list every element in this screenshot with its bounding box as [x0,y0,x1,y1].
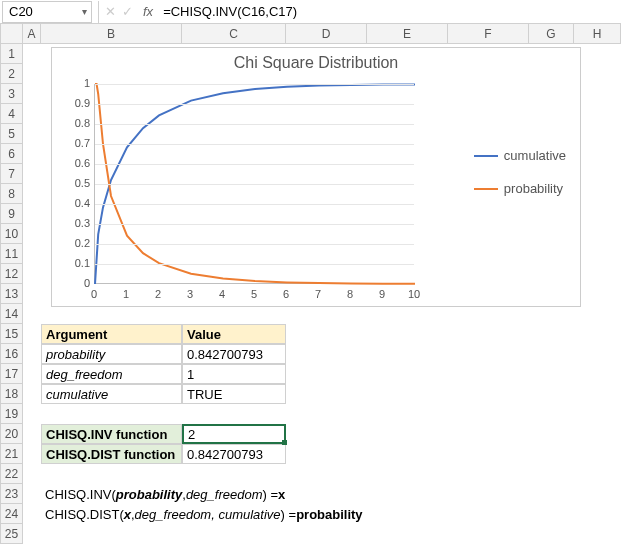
row-header-10[interactable]: 10 [0,224,23,244]
row-header-20[interactable]: 20 [0,424,23,444]
formula-text: =CHISQ.INV(C16,C17) [163,4,297,19]
y-tick-label: 0.1 [62,257,90,269]
x-tick-label: 1 [123,288,129,300]
legend-swatch [474,155,498,157]
row-header-1[interactable]: 1 [0,44,23,64]
chart-legend: cumulative probability [474,148,566,214]
row-header-9[interactable]: 9 [0,204,23,224]
row-header-3[interactable]: 3 [0,84,23,104]
select-all-corner[interactable] [0,24,23,44]
y-tick-label: 0.7 [62,137,90,149]
t: CHISQ.INV( [45,487,116,502]
row-header-11[interactable]: 11 [0,244,23,264]
t: deg_freedom, cumulative [135,507,281,522]
gridline [95,144,414,145]
y-tick-label: 0.9 [62,97,90,109]
t: ) = [263,487,279,502]
y-tick-label: 0.3 [62,217,90,229]
row-header-18[interactable]: 18 [0,384,23,404]
formula-buttons: ✕ ✓ [105,4,133,19]
row-header-2[interactable]: 2 [0,64,23,84]
x-tick-label: 5 [251,288,257,300]
t: probability [296,507,362,522]
row-header-25[interactable]: 25 [0,524,23,544]
gridline [95,84,414,85]
formula-input[interactable]: =CHISQ.INV(C16,C17) [159,1,621,23]
x-tick-label: 4 [219,288,225,300]
y-tick-label: 0.5 [62,177,90,189]
x-tick-label: 0 [91,288,97,300]
val-deg-freedom[interactable]: 1 [182,364,286,384]
arg-deg-freedom[interactable]: deg_freedom [41,364,182,384]
x-tick-label: 10 [408,288,420,300]
label-chisq-dist[interactable]: CHISQ.DIST function [41,444,182,464]
col-header-C[interactable]: C [182,24,286,44]
row-header-7[interactable]: 7 [0,164,23,184]
row-header-17[interactable]: 17 [0,364,23,384]
note-line-1[interactable]: CHISQ.INV(probability,deg_freedom) = x [41,484,541,504]
row-headers: 1234567891011121314151617181920212223242… [0,44,23,544]
row-header-19[interactable]: 19 [0,404,23,424]
y-tick-label: 0.4 [62,197,90,209]
name-box[interactable]: C20 ▾ [2,1,92,23]
legend-item-cumulative: cumulative [474,148,566,163]
formula-bar: C20 ▾ ✕ ✓ fx =CHISQ.INV(C16,C17) [0,0,621,24]
t: probability [116,487,182,502]
y-tick-label: 0.2 [62,237,90,249]
header-argument[interactable]: Argument [41,324,182,344]
cancel-icon[interactable]: ✕ [105,4,116,19]
row-header-22[interactable]: 22 [0,464,23,484]
row-header-24[interactable]: 24 [0,504,23,524]
col-header-H[interactable]: H [574,24,621,44]
row-header-23[interactable]: 23 [0,484,23,504]
arg-probability[interactable]: probability [41,344,182,364]
row-header-13[interactable]: 13 [0,284,23,304]
x-tick-label: 8 [347,288,353,300]
plot-area [94,84,414,284]
spreadsheet-grid: ABCDEFGH 1234567891011121314151617181920… [0,24,621,44]
row-header-5[interactable]: 5 [0,124,23,144]
row-header-12[interactable]: 12 [0,264,23,284]
divider [98,1,99,23]
cell-C20[interactable]: 2 [182,424,286,444]
row-header-14[interactable]: 14 [0,304,23,324]
val-cumulative[interactable]: TRUE [182,384,286,404]
x-tick-label: 7 [315,288,321,300]
t: x [124,507,131,522]
arg-cumulative[interactable]: cumulative [41,384,182,404]
column-headers: ABCDEFGH [0,24,621,44]
val-chisq-dist[interactable]: 0.842700793 [182,444,286,464]
row-header-16[interactable]: 16 [0,344,23,364]
col-header-E[interactable]: E [367,24,448,44]
row-header-15[interactable]: 15 [0,324,23,344]
col-header-A[interactable]: A [23,24,41,44]
x-tick-label: 2 [155,288,161,300]
row-header-21[interactable]: 21 [0,444,23,464]
row-header-4[interactable]: 4 [0,104,23,124]
chart[interactable]: Chi Square Distribution cumulative proba… [51,47,581,307]
fx-icon[interactable]: fx [143,4,153,19]
y-tick-label: 1 [62,77,90,89]
col-header-B[interactable]: B [41,24,182,44]
x-tick-label: 9 [379,288,385,300]
note-line-2[interactable]: CHISQ.DIST(x, deg_freedom, cumulative) =… [41,504,541,524]
col-header-F[interactable]: F [448,24,529,44]
val-probability[interactable]: 0.842700793 [182,344,286,364]
gridline [95,204,414,205]
accept-icon[interactable]: ✓ [122,4,133,19]
gridline [95,104,414,105]
label-chisq-inv[interactable]: CHISQ.INV function [41,424,182,444]
t: ) = [281,507,297,522]
row-header-6[interactable]: 6 [0,144,23,164]
gridline [95,164,414,165]
x-tick-label: 3 [187,288,193,300]
legend-label: probability [504,181,563,196]
legend-item-probability: probability [474,181,566,196]
col-header-D[interactable]: D [286,24,367,44]
y-tick-label: 0.6 [62,157,90,169]
col-header-G[interactable]: G [529,24,574,44]
chevron-down-icon[interactable]: ▾ [82,6,87,17]
gridline [95,184,414,185]
row-header-8[interactable]: 8 [0,184,23,204]
header-value[interactable]: Value [182,324,286,344]
